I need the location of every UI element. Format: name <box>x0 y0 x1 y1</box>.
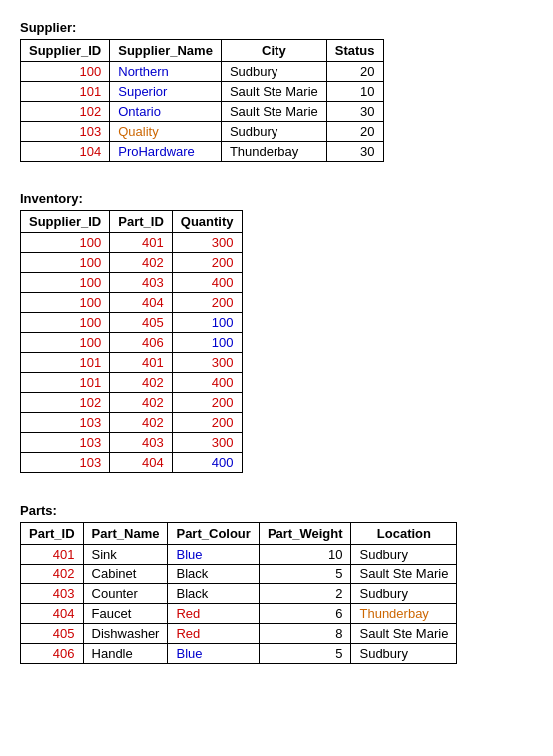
inventory-supplier-id-cell: 100 <box>21 233 110 253</box>
supplier-city-cell: Thunderbay <box>221 142 326 162</box>
inventory-col-supplier-id: Supplier_ID <box>21 211 110 233</box>
parts-section: Parts: Part_ID Part_Name Part_Colour Par… <box>20 503 533 664</box>
table-row: 100NorthernSudbury20 <box>21 62 384 82</box>
supplier-city-cell: Sault Ste Marie <box>221 82 326 102</box>
table-row: 102402200 <box>21 393 243 413</box>
parts-name-cell: Counter <box>83 584 168 604</box>
inventory-header-row: Supplier_ID Part_ID Quantity <box>21 211 243 233</box>
parts-colour-cell: Red <box>168 624 259 644</box>
parts-weight-cell: 8 <box>259 624 351 644</box>
parts-location-cell: Sault Ste Marie <box>351 565 457 584</box>
parts-colour-cell: Blue <box>168 644 259 664</box>
supplier-col-name: Supplier_Name <box>110 40 222 62</box>
inventory-supplier-id-cell: 100 <box>21 273 110 293</box>
supplier-id-cell: 103 <box>21 122 110 142</box>
supplier-header-row: Supplier_ID Supplier_Name City Status <box>21 40 384 62</box>
parts-colour-cell: Blue <box>168 545 259 565</box>
inventory-quantity-cell: 300 <box>172 433 242 453</box>
inventory-col-part-id: Part_ID <box>110 211 173 233</box>
inventory-part-id-cell: 402 <box>110 413 173 433</box>
parts-col-location: Location <box>351 523 457 545</box>
inventory-supplier-id-cell: 103 <box>21 413 110 433</box>
supplier-col-city: City <box>221 40 326 62</box>
inventory-quantity-cell: 400 <box>172 373 242 393</box>
inventory-part-id-cell: 403 <box>110 273 173 293</box>
table-row: 100404200 <box>21 293 243 313</box>
supplier-city-cell: Sudbury <box>221 62 326 82</box>
parts-weight-cell: 5 <box>259 565 351 584</box>
supplier-city-cell: Sault Ste Marie <box>221 102 326 122</box>
parts-name-cell: Cabinet <box>83 565 168 584</box>
inventory-quantity-cell: 400 <box>172 453 242 473</box>
supplier-name-cell: Quality <box>110 122 222 142</box>
inventory-supplier-id-cell: 100 <box>21 253 110 273</box>
supplier-col-id: Supplier_ID <box>21 40 110 62</box>
inventory-part-id-cell: 404 <box>110 453 173 473</box>
inventory-supplier-id-cell: 100 <box>21 333 110 353</box>
parts-col-name: Part_Name <box>83 523 168 545</box>
inventory-supplier-id-cell: 103 <box>21 453 110 473</box>
inventory-quantity-cell: 300 <box>172 233 242 253</box>
parts-weight-cell: 6 <box>259 604 351 624</box>
supplier-id-cell: 101 <box>21 82 110 102</box>
parts-location-cell: Sudbury <box>351 584 457 604</box>
table-row: 100405100 <box>21 313 243 333</box>
inventory-part-id-cell: 406 <box>110 333 173 353</box>
parts-weight-cell: 5 <box>259 644 351 664</box>
inventory-part-id-cell: 401 <box>110 353 173 373</box>
parts-colour-cell: Black <box>168 565 259 584</box>
inventory-section: Inventory: Supplier_ID Part_ID Quantity … <box>20 191 533 473</box>
inventory-supplier-id-cell: 100 <box>21 293 110 313</box>
parts-location-cell: Thunderbay <box>351 604 457 624</box>
parts-weight-cell: 10 <box>259 545 351 565</box>
inventory-quantity-cell: 200 <box>172 293 242 313</box>
inventory-quantity-cell: 200 <box>172 253 242 273</box>
parts-id-cell: 401 <box>21 545 84 565</box>
parts-name-cell: Dishwasher <box>83 624 168 644</box>
inventory-part-id-cell: 402 <box>110 373 173 393</box>
table-row: 402CabinetBlack5Sault Ste Marie <box>21 565 457 584</box>
table-row: 100402200 <box>21 253 243 273</box>
table-row: 101402400 <box>21 373 243 393</box>
inventory-supplier-id-cell: 103 <box>21 433 110 453</box>
inventory-part-id-cell: 401 <box>110 233 173 253</box>
table-row: 104ProHardwareThunderbay30 <box>21 142 384 162</box>
inventory-part-id-cell: 403 <box>110 433 173 453</box>
supplier-name-cell: Northern <box>110 62 222 82</box>
inventory-table: Supplier_ID Part_ID Quantity 10040130010… <box>20 210 243 473</box>
parts-colour-cell: Black <box>168 584 259 604</box>
inventory-part-id-cell: 402 <box>110 393 173 413</box>
table-row: 100401300 <box>21 233 243 253</box>
supplier-table: Supplier_ID Supplier_Name City Status 10… <box>20 39 384 162</box>
inventory-quantity-cell: 200 <box>172 393 242 413</box>
parts-id-cell: 404 <box>21 604 84 624</box>
inventory-quantity-cell: 100 <box>172 333 242 353</box>
table-row: 103QualitySudbury20 <box>21 122 384 142</box>
inventory-supplier-id-cell: 102 <box>21 393 110 413</box>
table-row: 406HandleBlue5Sudbury <box>21 644 457 664</box>
supplier-section: Supplier: Supplier_ID Supplier_Name City… <box>20 20 533 162</box>
parts-id-cell: 403 <box>21 584 84 604</box>
parts-header-row: Part_ID Part_Name Part_Colour Part_Weigh… <box>21 523 457 545</box>
table-row: 103402200 <box>21 413 243 433</box>
supplier-status-cell: 20 <box>326 122 383 142</box>
inventory-title: Inventory: <box>20 191 533 206</box>
table-row: 102OntarioSault Ste Marie30 <box>21 102 384 122</box>
supplier-status-cell: 30 <box>326 142 383 162</box>
inventory-part-id-cell: 402 <box>110 253 173 273</box>
table-row: 405DishwasherRed8Sault Ste Marie <box>21 624 457 644</box>
supplier-name-cell: Ontario <box>110 102 222 122</box>
supplier-id-cell: 104 <box>21 142 110 162</box>
parts-title: Parts: <box>20 503 533 518</box>
table-row: 103403300 <box>21 433 243 453</box>
inventory-col-quantity: Quantity <box>172 211 242 233</box>
supplier-status-cell: 10 <box>326 82 383 102</box>
parts-location-cell: Sault Ste Marie <box>351 624 457 644</box>
parts-col-weight: Part_Weight <box>259 523 351 545</box>
table-row: 100406100 <box>21 333 243 353</box>
table-row: 101SuperiorSault Ste Marie10 <box>21 82 384 102</box>
parts-name-cell: Sink <box>83 545 168 565</box>
supplier-id-cell: 102 <box>21 102 110 122</box>
table-row: 404FaucetRed6Thunderbay <box>21 604 457 624</box>
inventory-part-id-cell: 404 <box>110 293 173 313</box>
